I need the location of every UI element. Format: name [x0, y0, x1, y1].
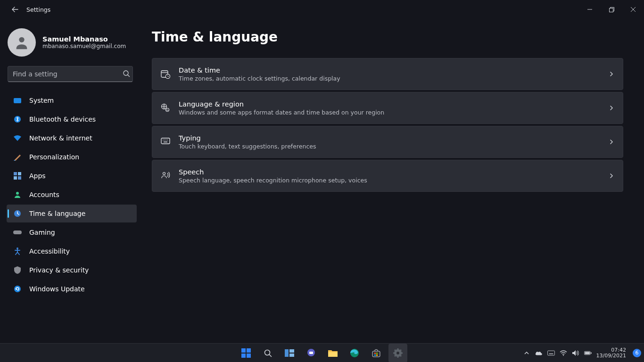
- maximize-button[interactable]: [601, 2, 622, 17]
- svg-point-29: [265, 350, 270, 355]
- back-button[interactable]: [8, 2, 23, 17]
- svg-rect-10: [13, 230, 22, 234]
- wifi-tray-icon[interactable]: [560, 349, 567, 357]
- card-language-region[interactable]: Language & region Windows and some apps …: [152, 92, 623, 124]
- svg-rect-18: [161, 138, 170, 144]
- svg-rect-30: [285, 349, 289, 357]
- sidebar-item-accounts[interactable]: Accounts: [7, 186, 137, 204]
- svg-rect-6: [14, 176, 17, 180]
- paintbrush-icon: [13, 153, 22, 161]
- settings-list: Date & time Time zones, automatic clock …: [152, 58, 623, 192]
- person-icon: [14, 34, 30, 50]
- svg-point-20: [164, 140, 165, 140]
- svg-rect-48: [591, 352, 592, 354]
- sidebar-item-label: Privacy & security: [29, 266, 89, 274]
- keyboard-icon: [161, 137, 170, 147]
- close-icon: [631, 7, 636, 12]
- svg-rect-35: [328, 352, 338, 357]
- svg-rect-0: [609, 8, 613, 12]
- svg-point-16: [166, 108, 169, 112]
- user-name: Samuel Mbanaso: [42, 35, 126, 43]
- sidebar-item-bluetooth[interactable]: Bluetooth & devices: [7, 110, 137, 128]
- svg-rect-27: [241, 354, 246, 358]
- chat-icon: [306, 348, 316, 358]
- notification-badge[interactable]: 6: [633, 349, 641, 357]
- card-typing[interactable]: Typing Touch keyboard, text suggestions,…: [152, 126, 623, 158]
- taskbar-taskview[interactable]: [280, 344, 299, 362]
- card-subtitle: Touch keyboard, text suggestions, prefer…: [179, 143, 609, 150]
- apps-icon: [13, 172, 22, 180]
- start-button[interactable]: [237, 344, 256, 362]
- sidebar-item-update[interactable]: Windows Update: [7, 280, 137, 298]
- sidebar-item-time-language[interactable]: Time & language: [7, 205, 137, 222]
- sidebar-item-label: Network & internet: [29, 134, 92, 142]
- svg-point-46: [563, 355, 564, 356]
- taskbar-pinned: [237, 344, 407, 362]
- svg-rect-26: [247, 348, 251, 353]
- svg-rect-39: [376, 353, 378, 354]
- minimize-button[interactable]: [579, 2, 601, 17]
- svg-rect-25: [241, 348, 246, 353]
- sidebar-item-gaming[interactable]: Gaming: [7, 223, 137, 241]
- chevron-right-icon: [609, 70, 614, 79]
- card-speech[interactable]: Speech Speech language, speech recogniti…: [152, 160, 623, 192]
- sidebar-item-system[interactable]: System: [7, 91, 137, 109]
- card-subtitle: Time zones, automatic clock settings, ca…: [179, 75, 609, 82]
- bluetooth-icon: [13, 115, 22, 123]
- chevron-right-icon: [609, 138, 614, 147]
- calendar-clock-icon: [161, 69, 170, 79]
- taskbar: 07:42 13/09/2021 6: [0, 343, 644, 362]
- taskbar-search[interactable]: [258, 344, 277, 362]
- sidebar-item-privacy[interactable]: Privacy & security: [7, 261, 137, 279]
- card-date-time[interactable]: Date & time Time zones, automatic clock …: [152, 58, 623, 90]
- svg-rect-32: [289, 354, 294, 357]
- gamepad-icon: [13, 228, 22, 237]
- language-icon: [161, 103, 170, 113]
- battery-tray-icon[interactable]: [584, 349, 592, 357]
- sidebar-item-personalization[interactable]: Personalization: [7, 148, 137, 166]
- card-subtitle: Windows and some apps format dates and t…: [179, 109, 609, 116]
- card-title: Speech: [179, 168, 609, 176]
- onedrive-icon[interactable]: [535, 349, 543, 357]
- content-area: Time & language Date & time Time zones, …: [141, 19, 644, 343]
- card-title: Date & time: [179, 66, 609, 74]
- minimize-icon: [587, 7, 592, 12]
- sidebar-nav: System Bluetooth & devices Network & int…: [7, 91, 137, 298]
- windows-logo-icon: [241, 348, 251, 358]
- svg-rect-38: [374, 353, 376, 354]
- wifi-icon: [13, 134, 22, 142]
- volume-tray-icon[interactable]: [572, 349, 579, 357]
- taskbar-explorer[interactable]: [323, 344, 342, 362]
- display-icon: [13, 96, 22, 105]
- svg-point-24: [163, 173, 165, 175]
- close-button[interactable]: [622, 2, 644, 17]
- arrow-left-icon: [11, 6, 19, 13]
- user-block[interactable]: Samuel Mbanaso mbanaso.samuel@gmail.com: [7, 25, 137, 66]
- sidebar-item-label: Accounts: [29, 191, 59, 198]
- speech-icon: [161, 171, 170, 181]
- svg-rect-34: [309, 352, 313, 354]
- keyboard-tray-icon[interactable]: [547, 349, 555, 357]
- search-input[interactable]: [8, 66, 133, 82]
- tray-overflow[interactable]: [523, 349, 530, 357]
- svg-rect-41: [376, 354, 378, 356]
- taskbar-settings[interactable]: [388, 344, 407, 362]
- taskbar-store[interactable]: [367, 344, 386, 362]
- folder-icon: [328, 349, 338, 357]
- taskbar-chat[interactable]: [302, 344, 321, 362]
- sidebar-item-network[interactable]: Network & internet: [7, 129, 137, 147]
- taskbar-edge[interactable]: [345, 344, 364, 362]
- svg-rect-7: [18, 176, 21, 180]
- svg-rect-31: [289, 349, 294, 353]
- sidebar-item-label: Time & language: [29, 210, 85, 217]
- svg-point-17: [166, 109, 167, 110]
- sidebar-item-accessibility[interactable]: Accessibility: [7, 242, 137, 260]
- sidebar-item-label: Apps: [29, 172, 46, 180]
- accessibility-icon: [13, 247, 22, 255]
- sidebar: Samuel Mbanaso mbanaso.samuel@gmail.com …: [0, 19, 141, 343]
- sidebar-item-label: Personalization: [29, 153, 79, 161]
- svg-rect-4: [14, 172, 17, 175]
- svg-rect-23: [164, 142, 167, 143]
- sidebar-item-apps[interactable]: Apps: [7, 167, 137, 185]
- taskbar-clock[interactable]: 07:42 13/09/2021: [596, 347, 626, 359]
